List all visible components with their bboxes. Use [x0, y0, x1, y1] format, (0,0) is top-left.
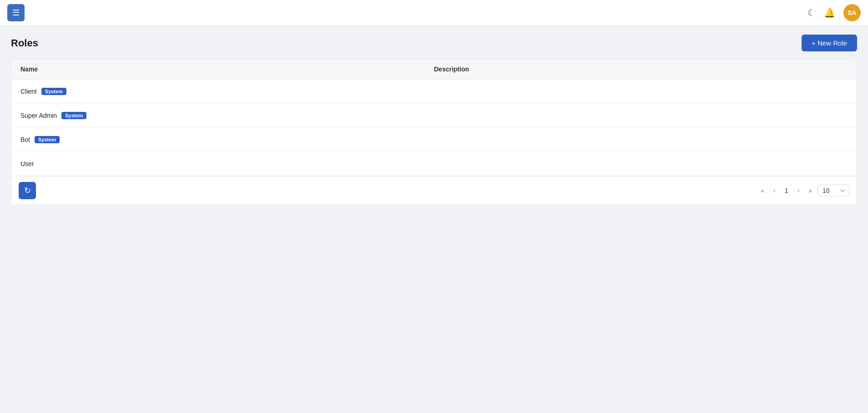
page-header: Roles + New Role [11, 35, 857, 51]
badge-system-client: System [41, 88, 66, 95]
refresh-button[interactable]: ↻ [19, 182, 36, 199]
role-name-client: Client [20, 88, 37, 95]
table-header: Name Description [11, 59, 857, 80]
topbar: ☰ ☾ 🔔 SA [0, 0, 868, 25]
roles-table: Name Description Client System Super Adm… [11, 59, 857, 205]
table-footer: ↻ « ‹ 1 › » 10 20 50 100 [11, 176, 857, 205]
last-page-button[interactable]: » [805, 185, 816, 196]
badge-system-super-admin: System [61, 112, 86, 119]
avatar[interactable]: SA [843, 4, 861, 21]
notification-icon: 🔔 [824, 7, 835, 18]
table-row[interactable]: Client System [11, 80, 857, 104]
table-row[interactable]: Bot System [11, 128, 857, 152]
first-page-button[interactable]: « [757, 185, 768, 196]
table-row[interactable]: User [11, 152, 857, 176]
badge-system-bot: System [35, 136, 60, 143]
page-size-select[interactable]: 10 20 50 100 [818, 185, 849, 196]
current-page: 1 [781, 185, 792, 196]
notification-button[interactable]: 🔔 [824, 7, 835, 18]
page-title: Roles [11, 37, 38, 49]
hamburger-icon: ☰ [12, 8, 20, 18]
role-name-super-admin: Super Admin [20, 112, 57, 119]
page-content: Roles + New Role Name Description Client… [0, 25, 868, 214]
avatar-label: SA [848, 9, 856, 16]
row-name-bot: Bot System [20, 136, 434, 143]
column-header-name: Name [20, 65, 434, 73]
pagination: « ‹ 1 › » 10 20 50 100 [757, 185, 849, 196]
dark-mode-button[interactable]: ☾ [807, 7, 816, 18]
menu-button[interactable]: ☰ [7, 4, 25, 21]
dark-mode-icon: ☾ [807, 7, 816, 18]
topbar-right: ☾ 🔔 SA [807, 4, 861, 21]
role-name-user: User [20, 160, 34, 167]
row-name-super-admin: Super Admin System [20, 112, 434, 119]
role-name-bot: Bot [20, 136, 30, 143]
new-role-button[interactable]: + New Role [802, 35, 857, 51]
topbar-left: ☰ [7, 4, 25, 21]
next-page-button[interactable]: › [794, 185, 803, 196]
column-header-description: Description [434, 65, 848, 73]
row-name-user: User [20, 160, 434, 167]
table-row[interactable]: Super Admin System [11, 104, 857, 128]
row-name-client: Client System [20, 88, 434, 95]
refresh-icon: ↻ [24, 186, 31, 196]
prev-page-button[interactable]: ‹ [770, 185, 779, 196]
